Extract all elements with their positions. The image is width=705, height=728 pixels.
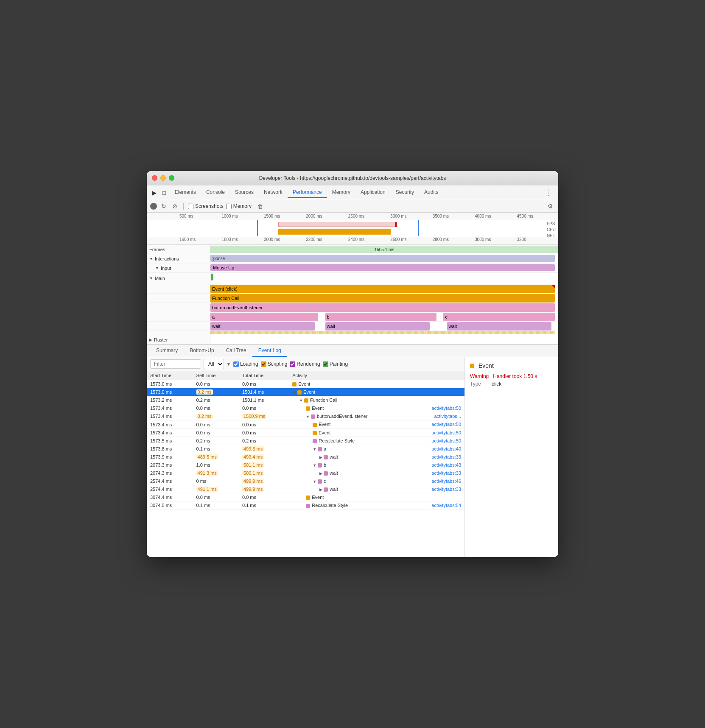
- tree-expand[interactable]: ▼: [313, 463, 316, 468]
- close-button[interactable]: [152, 175, 157, 181]
- source-link[interactable]: activitytabs:33: [431, 487, 461, 492]
- table-row[interactable]: 1573.5 ms 0.2 ms 0.2 ms Recalculate Styl…: [147, 437, 464, 445]
- frames-content[interactable]: 1505.1 ms: [210, 245, 558, 254]
- col-start-time[interactable]: Start Time: [147, 371, 193, 380]
- timeline-overview[interactable]: 500 ms 1000 ms 1500 ms 2000 ms 2500 ms 3…: [147, 213, 558, 237]
- range-start[interactable]: [257, 220, 258, 236]
- tab-summary[interactable]: Summary: [150, 345, 184, 357]
- dock-icon[interactable]: □: [160, 188, 168, 197]
- tab-security[interactable]: Security: [391, 187, 419, 198]
- abc-content[interactable]: a b c: [210, 312, 558, 321]
- source-link[interactable]: activitytabs...: [434, 414, 461, 419]
- table-row[interactable]: 3074.4 ms 0.0 ms 0.0 ms Event: [147, 493, 464, 501]
- source-link[interactable]: activitytabs:33: [431, 470, 461, 476]
- event-table[interactable]: Start Time Self Time Total Time Activity…: [147, 371, 464, 557]
- raster-triangle[interactable]: ▶: [149, 338, 152, 342]
- tab-performance[interactable]: Performance: [288, 187, 327, 198]
- table-row[interactable]: 1573.9 ms 489.5 ms 499.4 ms ▶waitactivit…: [147, 453, 464, 461]
- table-row[interactable]: 1573.4 ms 0.0 ms 0.0 ms Eventactivitytab…: [147, 420, 464, 428]
- interactions-triangle[interactable]: ▼: [149, 257, 153, 261]
- rendering-checkbox[interactable]: [290, 361, 295, 367]
- col-activity[interactable]: Activity: [289, 371, 464, 380]
- tab-elements[interactable]: Elements: [170, 187, 201, 198]
- input-content[interactable]: Mouse Up: [210, 263, 558, 272]
- table-row-selected[interactable]: 1573.0 ms 0.2 ms 1501.4 ms ▼Event: [147, 388, 464, 396]
- main-timeline[interactable]: 1600 ms 1800 ms 2000 ms 2200 ms 2400 ms …: [147, 237, 558, 344]
- trash-icon[interactable]: 🗑: [256, 202, 265, 210]
- scripting-checkbox-label[interactable]: Scripting: [261, 361, 288, 367]
- clear-button[interactable]: ⊘: [171, 202, 179, 210]
- table-row[interactable]: 1573.0 ms 0.0 ms 0.0 ms Event: [147, 380, 464, 388]
- source-link[interactable]: activitytabs:50: [431, 438, 461, 443]
- tab-audits[interactable]: Audits: [419, 187, 443, 198]
- settings-icon[interactable]: ⚙: [546, 202, 555, 210]
- painting-checkbox-label[interactable]: Painting: [323, 361, 348, 367]
- cursor-icon[interactable]: ▶: [150, 188, 159, 197]
- memory-checkbox[interactable]: [226, 204, 232, 209]
- table-row[interactable]: 2073.3 ms 1.0 ms 501.1 ms ▼bactivitytabs…: [147, 461, 464, 469]
- tab-application[interactable]: Application: [355, 187, 391, 198]
- memory-checkbox-label[interactable]: Memory: [226, 203, 252, 209]
- main-triangle[interactable]: ▼: [149, 276, 153, 280]
- table-row[interactable]: 2574.4 ms 491.1 ms 499.9 ms ▶waitactivit…: [147, 485, 464, 493]
- interactions-content[interactable]: :ponse: [210, 254, 558, 263]
- source-link[interactable]: activitytabs:50: [431, 422, 461, 427]
- main-content[interactable]: [210, 273, 558, 284]
- tree-expand[interactable]: ▶: [319, 455, 322, 459]
- table-row[interactable]: 1573.4 ms 0.2 ms 1500.9 ms ▼button.addEv…: [147, 412, 464, 420]
- input-triangle[interactable]: ▼: [155, 266, 159, 270]
- tree-expand[interactable]: ▶: [319, 471, 322, 476]
- filter-input[interactable]: [150, 359, 201, 369]
- tab-call-tree[interactable]: Call Tree: [220, 345, 252, 357]
- table-row[interactable]: 1573.8 ms 0.1 ms 499.5 ms ▼aactivitytabs…: [147, 445, 464, 453]
- tree-expand[interactable]: ▼: [313, 479, 316, 484]
- col-total-time[interactable]: Total Time: [239, 371, 289, 380]
- event-click-content[interactable]: Event (click): [210, 284, 558, 293]
- rendering-checkbox-label[interactable]: Rendering: [290, 361, 320, 367]
- loading-checkbox[interactable]: [233, 361, 239, 367]
- interactions-bar[interactable]: :ponse: [210, 255, 555, 262]
- function-call-block[interactable]: Function Call: [210, 294, 555, 302]
- table-row[interactable]: 1573.4 ms 0.0 ms 0.0 ms Eventactivitytab…: [147, 428, 464, 437]
- source-link[interactable]: activitytabs:40: [431, 446, 461, 451]
- wait-content[interactable]: wait wait wait: [210, 322, 558, 330]
- source-link[interactable]: activitytabs:54: [431, 503, 461, 508]
- a-block[interactable]: a: [210, 313, 318, 321]
- tree-expand[interactable]: ▼: [292, 390, 296, 395]
- col-self-time[interactable]: Self Time: [193, 371, 239, 380]
- tab-memory[interactable]: Memory: [327, 187, 355, 198]
- reload-button[interactable]: ↻: [159, 202, 168, 210]
- addeventlistener-block[interactable]: button.addEventListener: [210, 303, 555, 312]
- painting-checkbox[interactable]: [323, 361, 328, 367]
- source-link[interactable]: activitytabs:46: [431, 479, 461, 484]
- scripting-checkbox[interactable]: [261, 361, 266, 367]
- more-tabs-icon[interactable]: ⋮: [543, 188, 555, 197]
- table-row[interactable]: 2574.4 ms 0 ms 499.9 ms ▼cactivitytabs:4…: [147, 477, 464, 485]
- source-link[interactable]: activitytabs:43: [431, 462, 461, 468]
- mouse-up-bar[interactable]: Mouse Up: [210, 264, 555, 271]
- filter-select[interactable]: All: [204, 359, 224, 369]
- addeventlistener-content[interactable]: button.addEventListener: [210, 303, 558, 312]
- wait1-block[interactable]: wait: [210, 322, 315, 330]
- tab-sources[interactable]: Sources: [230, 187, 259, 198]
- tree-expand[interactable]: ▼: [313, 447, 316, 451]
- b-block[interactable]: b: [325, 313, 436, 321]
- tab-console[interactable]: Console: [201, 187, 230, 198]
- table-row[interactable]: 3074.5 ms 0.1 ms 0.1 ms Recalculate Styl…: [147, 501, 464, 510]
- function-call-content[interactable]: Function Call: [210, 294, 558, 302]
- screenshots-checkbox-label[interactable]: Screenshots: [188, 203, 224, 209]
- c-block[interactable]: c: [443, 313, 554, 321]
- minimize-button[interactable]: [160, 175, 166, 181]
- tree-expand[interactable]: ▶: [319, 487, 322, 492]
- table-row[interactable]: 2074.3 ms 491.3 ms 500.1 ms ▶waitactivit…: [147, 469, 464, 477]
- tab-bottom-up[interactable]: Bottom-Up: [184, 345, 220, 357]
- maximize-button[interactable]: [169, 175, 174, 181]
- wait2-block[interactable]: wait: [325, 322, 430, 330]
- range-end[interactable]: [418, 220, 419, 236]
- overview-bars[interactable]: [147, 220, 558, 237]
- record-button[interactable]: [150, 203, 157, 210]
- source-link[interactable]: activitytabs:50: [431, 406, 461, 411]
- screenshots-checkbox[interactable]: [188, 204, 193, 209]
- table-row[interactable]: 1573.2 ms 0.2 ms 1501.1 ms ▼Function Cal…: [147, 396, 464, 404]
- event-click-block[interactable]: Event (click): [210, 285, 555, 293]
